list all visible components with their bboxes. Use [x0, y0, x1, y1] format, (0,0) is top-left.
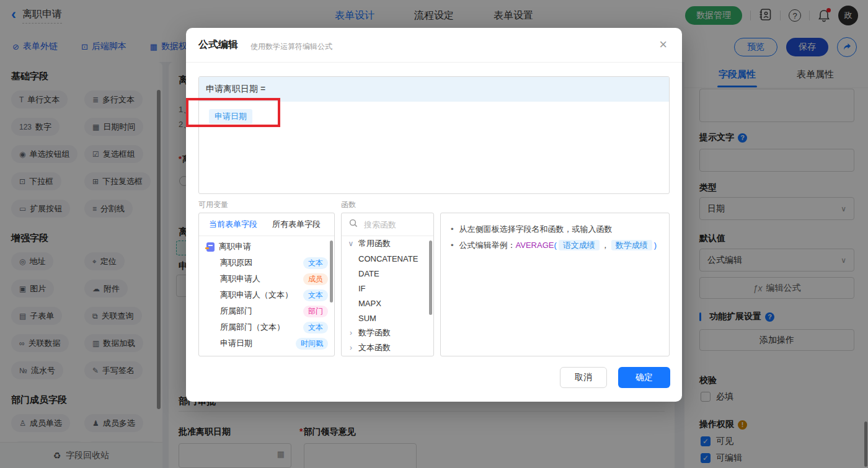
variable-item[interactable]: 离职原因文本	[199, 255, 334, 271]
close-icon[interactable]: ×	[659, 38, 667, 51]
function-item[interactable]: DATE	[342, 266, 433, 281]
chevron-right-icon: ›	[348, 343, 354, 352]
group-label: 数学函数	[358, 327, 391, 338]
example-function-name: AVERAGE	[516, 241, 554, 250]
paren-open: (	[554, 241, 556, 250]
confirm-button[interactable]: 确定	[618, 367, 670, 388]
functions-panel: ∨常用函数 CONCATENATE DATE IF MAPX SUM ›数学函数…	[341, 213, 434, 356]
search-icon	[349, 219, 358, 230]
variables-scrollbar[interactable]	[330, 241, 333, 302]
example-comma: ，	[601, 241, 609, 250]
annotation-box	[186, 98, 280, 127]
variable-item[interactable]: 离职申请人成员	[199, 271, 334, 287]
modal-subtitle: 使用数学运算符编辑公式	[250, 42, 332, 52]
variable-name: 所属部门	[220, 306, 252, 317]
chevron-right-icon: ›	[348, 329, 354, 337]
tab-current-form-fields[interactable]: 当前表单字段	[209, 219, 257, 230]
variable-item[interactable]: 所属部门部门	[199, 303, 334, 319]
app-root: ‹ 离职申请 表单设计 流程设定 表单设置 数据管理 ? 政 ⊘	[0, 0, 868, 468]
function-name: MAPX	[358, 299, 381, 308]
variable-name: 申请日期	[220, 338, 252, 349]
functions-scrollbar[interactable]	[429, 241, 432, 315]
group-label: 文本函数	[358, 342, 391, 353]
tree-root-label: 离职申请	[219, 241, 251, 252]
bullet-icon: •	[451, 221, 454, 237]
example-prefix: 公式编辑举例：	[459, 241, 516, 250]
modal-header-divider	[186, 62, 682, 63]
function-name: SUM	[358, 314, 376, 323]
variables-panel: 当前表单字段 所有表单字段 离职申请 离职原因文本 离职申请人成员 离职申请人（…	[198, 213, 335, 356]
variables-section-label: 可用变量	[198, 200, 228, 210]
variable-name: 离职原因	[220, 257, 252, 268]
function-item[interactable]: MAPX	[342, 296, 433, 311]
function-group-text[interactable]: ›文本函数	[342, 340, 433, 355]
function-item[interactable]: SUM	[342, 311, 433, 325]
tip-line: • 从左侧面板选择字段名和函数，或输入函数	[451, 221, 666, 237]
variable-type-tag: 文本	[303, 257, 328, 269]
variable-tree-root[interactable]: 离职申请	[199, 239, 334, 255]
function-name: CONCATENATE	[358, 254, 418, 263]
function-group-math[interactable]: ›数学函数	[342, 325, 433, 340]
variable-name: 所属部门（文本）	[220, 322, 285, 333]
function-group-common[interactable]: ∨常用函数	[342, 236, 433, 251]
function-search-input[interactable]	[363, 219, 427, 230]
modal-title: 公式编辑	[198, 38, 238, 51]
example-field-chip: 语文成绩	[559, 240, 600, 250]
variable-type-tag: 部门	[303, 306, 328, 317]
formula-editor[interactable]: 申请离职日期 = 申请日期	[198, 76, 670, 194]
variable-type-tag: 文本	[303, 289, 328, 301]
function-item[interactable]: CONCATENATE	[342, 251, 433, 266]
tip-line-example: • 公式编辑举例：AVERAGE(语文成绩，数学成绩)	[451, 237, 666, 254]
variable-name: 离职申请人（文本）	[220, 289, 293, 301]
variable-type-tag: 时间戳	[296, 338, 328, 350]
variable-item[interactable]: 离职申请人（文本）文本	[199, 287, 334, 303]
function-search-row	[342, 213, 433, 236]
form-doc-icon	[206, 242, 215, 252]
paren-close: )	[654, 241, 657, 250]
bullet-icon: •	[451, 237, 454, 254]
formula-edit-modal: 公式编辑 使用数学运算符编辑公式 × 申请离职日期 = 申请日期 可用变量 函数…	[186, 28, 682, 402]
group-label: 常用函数	[358, 238, 391, 249]
variable-item[interactable]: 申请日期时间戳	[199, 335, 334, 351]
example-field-chip: 数学成绩	[611, 240, 652, 250]
variable-type-tag: 文本	[303, 322, 328, 333]
function-name: DATE	[358, 269, 379, 278]
function-item[interactable]: IF	[342, 281, 433, 296]
tips-content: • 从左侧面板选择字段名和函数，或输入函数 • 公式编辑举例：AVERAGE(语…	[441, 213, 669, 254]
tab-all-form-fields[interactable]: 所有表单字段	[272, 219, 321, 230]
formula-target-text: 申请离职日期 =	[206, 84, 265, 95]
variable-item[interactable]: 所属部门（文本）文本	[199, 319, 334, 335]
cancel-button[interactable]: 取消	[560, 367, 607, 388]
tips-panel: • 从左侧面板选择字段名和函数，或输入函数 • 公式编辑举例：AVERAGE(语…	[440, 213, 670, 356]
tip-example: 公式编辑举例：AVERAGE(语文成绩，数学成绩)	[459, 237, 657, 254]
functions-section-label: 函数	[341, 200, 356, 210]
tip-text: 从左侧面板选择字段名和函数，或输入函数	[459, 221, 613, 237]
function-name: IF	[358, 284, 366, 293]
variable-type-tag: 成员	[303, 273, 328, 285]
variable-name: 离职申请人	[220, 273, 260, 285]
variables-tabs: 当前表单字段 所有表单字段	[199, 213, 334, 236]
chevron-down-icon: ∨	[348, 239, 354, 248]
